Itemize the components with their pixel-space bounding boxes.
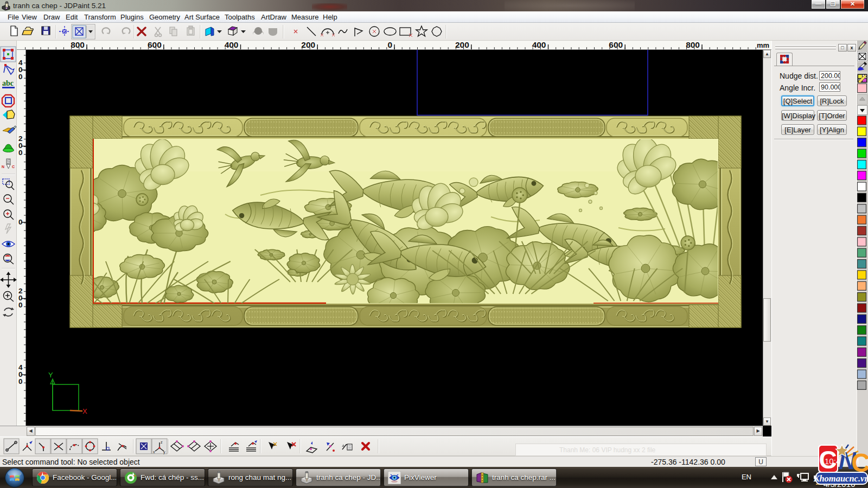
svg-text:0: 0 bbox=[18, 218, 23, 226]
svg-text:0: 0 bbox=[18, 377, 23, 386]
svg-text:0: 0 bbox=[387, 41, 392, 49]
svg-text:800: 800 bbox=[71, 41, 85, 49]
svg-text:0: 0 bbox=[18, 301, 23, 309]
svg-text:0: 0 bbox=[18, 73, 23, 81]
svg-text:z: z bbox=[161, 440, 163, 444]
svg-text:N: N bbox=[2, 165, 4, 169]
svg-text:y: y bbox=[163, 450, 165, 454]
svg-text:X: X bbox=[82, 407, 87, 415]
svg-text:400: 400 bbox=[225, 41, 239, 49]
svg-text:200: 200 bbox=[455, 41, 469, 49]
svg-text:0: 0 bbox=[18, 149, 23, 157]
svg-text:600: 600 bbox=[609, 41, 623, 49]
svg-text:200: 200 bbox=[301, 41, 315, 49]
svg-text:abc: abc bbox=[2, 79, 14, 87]
svg-text:Khomaucnc.vn: Khomaucnc.vn bbox=[813, 473, 868, 484]
svg-text:800: 800 bbox=[686, 41, 700, 49]
svg-text:400: 400 bbox=[532, 41, 546, 49]
svg-text:C: C bbox=[12, 165, 15, 169]
svg-text:Y: Y bbox=[48, 371, 53, 379]
svg-text:600: 600 bbox=[148, 41, 162, 49]
svg-text:x: x bbox=[153, 450, 155, 454]
